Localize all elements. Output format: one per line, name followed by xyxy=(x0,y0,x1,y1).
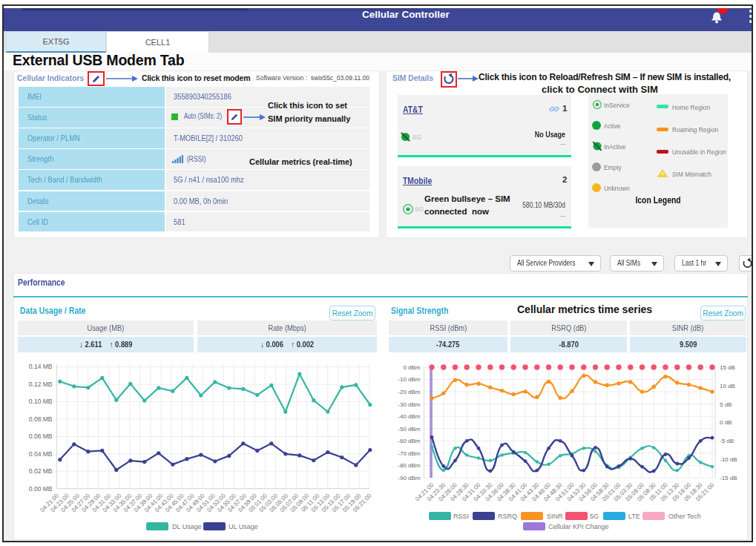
svg-text:-60 dBm: -60 dBm xyxy=(398,438,421,444)
svg-text:10 dB: 10 dB xyxy=(720,383,735,389)
svg-text:-40 dBm: -40 dBm xyxy=(398,413,421,420)
svg-text:15 dB: 15 dB xyxy=(720,364,735,371)
svg-text:0.02 MB: 0.02 MB xyxy=(29,467,53,475)
svg-text:5 dB: 5 dB xyxy=(720,401,732,408)
svg-text:-10 dBm: -10 dBm xyxy=(398,376,421,383)
svg-text:-15 dB: -15 dB xyxy=(720,475,737,481)
svg-text:-90 dBm: -90 dBm xyxy=(398,475,421,481)
svg-text:0.12 MB: 0.12 MB xyxy=(29,381,53,388)
svg-text:0.06 MB: 0.06 MB xyxy=(29,432,53,440)
svg-text:-10 dB: -10 dB xyxy=(720,456,737,463)
svg-text:-5 dB: -5 dB xyxy=(720,438,734,444)
svg-text:0.08 MB: 0.08 MB xyxy=(29,415,53,423)
svg-text:-50 dBm: -50 dBm xyxy=(398,426,421,432)
svg-text:0 dBm: 0 dBm xyxy=(403,364,420,371)
svg-text:0.10 MB: 0.10 MB xyxy=(29,398,53,405)
svg-text:-20 dBm: -20 dBm xyxy=(398,389,421,395)
svg-text:0 dB: 0 dB xyxy=(720,419,732,426)
svg-text:0.14 MB: 0.14 MB xyxy=(29,363,53,370)
svg-text:0.04 MB: 0.04 MB xyxy=(29,450,53,458)
svg-text:0.00 MB: 0.00 MB xyxy=(29,485,53,493)
svg-text:-70 dBm: -70 dBm xyxy=(398,450,421,457)
svg-text:-80 dBm: -80 dBm xyxy=(398,462,421,469)
svg-text:-30 dBm: -30 dBm xyxy=(398,401,421,408)
